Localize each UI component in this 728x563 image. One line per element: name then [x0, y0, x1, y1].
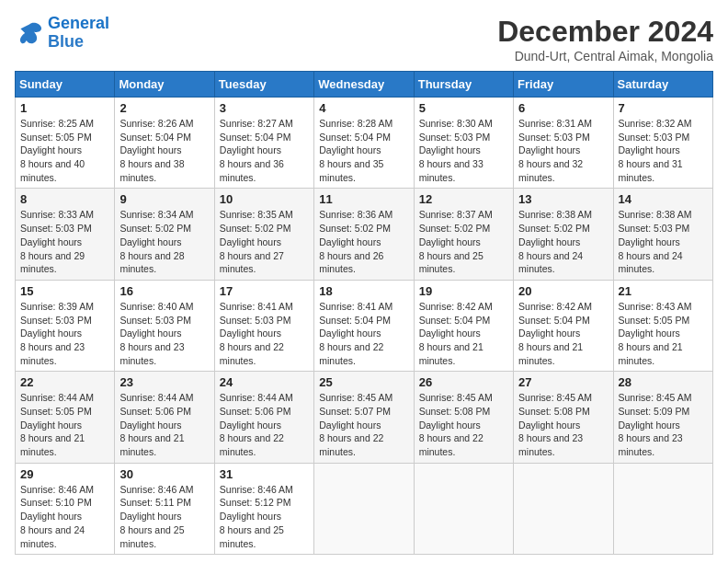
day-info: Sunrise: 8:42 AM Sunset: 5:04 PM Dayligh…: [419, 300, 508, 367]
day-number: 13: [518, 192, 608, 206]
day-info: Sunrise: 8:27 AM Sunset: 5:04 PM Dayligh…: [220, 117, 309, 184]
calendar-cell: 31 Sunrise: 8:46 AM Sunset: 5:12 PM Dayl…: [214, 463, 313, 554]
header-row: SundayMondayTuesdayWednesdayThursdayFrid…: [16, 72, 713, 98]
day-number: 7: [619, 101, 708, 115]
calendar-cell: 13 Sunrise: 8:38 AM Sunset: 5:02 PM Dayl…: [514, 189, 613, 280]
day-info: Sunrise: 8:38 AM Sunset: 5:02 PM Dayligh…: [518, 208, 608, 275]
calendar-cell: 18 Sunrise: 8:41 AM Sunset: 5:04 PM Dayl…: [314, 280, 414, 371]
day-info: Sunrise: 8:45 AM Sunset: 5:09 PM Dayligh…: [619, 391, 708, 458]
day-info: Sunrise: 8:30 AM Sunset: 5:03 PM Dayligh…: [419, 117, 508, 184]
calendar-cell: 9 Sunrise: 8:34 AM Sunset: 5:02 PM Dayli…: [115, 189, 214, 280]
day-number: 10: [220, 192, 309, 206]
calendar-cell: 2 Sunrise: 8:26 AM Sunset: 5:04 PM Dayli…: [115, 98, 214, 189]
day-info: Sunrise: 8:28 AM Sunset: 5:04 PM Dayligh…: [319, 117, 408, 184]
day-number: 3: [220, 101, 309, 115]
day-number: 31: [220, 467, 309, 481]
day-number: 19: [419, 284, 508, 298]
calendar-cell: 29 Sunrise: 8:46 AM Sunset: 5:10 PM Dayl…: [16, 463, 115, 554]
month-title: December 2024: [497, 15, 713, 49]
day-number: 5: [419, 101, 508, 115]
calendar-cell: 11 Sunrise: 8:36 AM Sunset: 5:02 PM Dayl…: [314, 189, 414, 280]
day-number: 14: [619, 192, 708, 206]
day-info: Sunrise: 8:33 AM Sunset: 5:03 PM Dayligh…: [20, 208, 109, 275]
day-number: 12: [419, 192, 508, 206]
day-number: 18: [319, 284, 408, 298]
day-number: 11: [319, 192, 408, 206]
day-number: 23: [119, 375, 209, 389]
calendar-cell: 14 Sunrise: 8:38 AM Sunset: 5:03 PM Dayl…: [613, 189, 712, 280]
calendar-cell: [314, 463, 414, 554]
week-row-5: 29 Sunrise: 8:46 AM Sunset: 5:10 PM Dayl…: [16, 463, 713, 554]
calendar-cell: [514, 463, 613, 554]
day-number: 17: [220, 284, 309, 298]
page-header: General Blue December 2024 Dund-Urt, Cen…: [15, 15, 713, 63]
calendar-cell: 20 Sunrise: 8:42 AM Sunset: 5:04 PM Dayl…: [514, 280, 613, 371]
day-info: Sunrise: 8:44 AM Sunset: 5:06 PM Dayligh…: [119, 391, 209, 458]
calendar-cell: 27 Sunrise: 8:45 AM Sunset: 5:08 PM Dayl…: [514, 372, 613, 463]
calendar-cell: 19 Sunrise: 8:42 AM Sunset: 5:04 PM Dayl…: [414, 280, 513, 371]
day-info: Sunrise: 8:25 AM Sunset: 5:05 PM Dayligh…: [20, 117, 109, 184]
day-number: 24: [220, 375, 309, 389]
calendar-cell: [414, 463, 513, 554]
day-info: Sunrise: 8:45 AM Sunset: 5:08 PM Dayligh…: [419, 391, 508, 458]
day-info: Sunrise: 8:34 AM Sunset: 5:02 PM Dayligh…: [119, 208, 209, 275]
day-number: 9: [119, 192, 209, 206]
calendar-cell: 23 Sunrise: 8:44 AM Sunset: 5:06 PM Dayl…: [115, 372, 214, 463]
day-number: 15: [20, 284, 109, 298]
week-row-3: 15 Sunrise: 8:39 AM Sunset: 5:03 PM Dayl…: [16, 280, 713, 371]
day-number: 20: [518, 284, 608, 298]
day-number: 28: [619, 375, 708, 389]
day-number: 25: [319, 375, 408, 389]
calendar-table: SundayMondayTuesdayWednesdayThursdayFrid…: [15, 71, 713, 555]
day-info: Sunrise: 8:45 AM Sunset: 5:07 PM Dayligh…: [319, 391, 408, 458]
week-row-2: 8 Sunrise: 8:33 AM Sunset: 5:03 PM Dayli…: [16, 189, 713, 280]
day-number: 1: [20, 101, 109, 115]
day-info: Sunrise: 8:32 AM Sunset: 5:03 PM Dayligh…: [619, 117, 708, 184]
calendar-cell: 1 Sunrise: 8:25 AM Sunset: 5:05 PM Dayli…: [16, 98, 115, 189]
day-number: 29: [20, 467, 109, 481]
day-info: Sunrise: 8:45 AM Sunset: 5:08 PM Dayligh…: [518, 391, 608, 458]
header-day-saturday: Saturday: [613, 72, 712, 98]
header-day-sunday: Sunday: [16, 72, 115, 98]
calendar-cell: 6 Sunrise: 8:31 AM Sunset: 5:03 PM Dayli…: [514, 98, 613, 189]
calendar-cell: 4 Sunrise: 8:28 AM Sunset: 5:04 PM Dayli…: [314, 98, 414, 189]
day-info: Sunrise: 8:42 AM Sunset: 5:04 PM Dayligh…: [518, 300, 608, 367]
logo-icon: [15, 18, 44, 48]
calendar-cell: 16 Sunrise: 8:40 AM Sunset: 5:03 PM Dayl…: [115, 280, 214, 371]
calendar-cell: 26 Sunrise: 8:45 AM Sunset: 5:08 PM Dayl…: [414, 372, 513, 463]
header-day-tuesday: Tuesday: [214, 72, 313, 98]
day-info: Sunrise: 8:35 AM Sunset: 5:02 PM Dayligh…: [220, 208, 309, 275]
calendar-cell: 8 Sunrise: 8:33 AM Sunset: 5:03 PM Dayli…: [16, 189, 115, 280]
day-info: Sunrise: 8:31 AM Sunset: 5:03 PM Dayligh…: [518, 117, 608, 184]
calendar-cell: 22 Sunrise: 8:44 AM Sunset: 5:05 PM Dayl…: [16, 372, 115, 463]
calendar-cell: 7 Sunrise: 8:32 AM Sunset: 5:03 PM Dayli…: [613, 98, 712, 189]
calendar-cell: [613, 463, 712, 554]
day-info: Sunrise: 8:40 AM Sunset: 5:03 PM Dayligh…: [119, 300, 209, 367]
calendar-cell: 15 Sunrise: 8:39 AM Sunset: 5:03 PM Dayl…: [16, 280, 115, 371]
day-info: Sunrise: 8:26 AM Sunset: 5:04 PM Dayligh…: [119, 117, 209, 184]
subtitle: Dund-Urt, Central Aimak, Mongolia: [497, 49, 713, 63]
calendar-cell: 28 Sunrise: 8:45 AM Sunset: 5:09 PM Dayl…: [613, 372, 712, 463]
day-info: Sunrise: 8:41 AM Sunset: 5:03 PM Dayligh…: [220, 300, 309, 367]
day-info: Sunrise: 8:46 AM Sunset: 5:10 PM Dayligh…: [20, 483, 109, 550]
day-number: 27: [518, 375, 608, 389]
week-row-4: 22 Sunrise: 8:44 AM Sunset: 5:05 PM Dayl…: [16, 372, 713, 463]
day-info: Sunrise: 8:41 AM Sunset: 5:04 PM Dayligh…: [319, 300, 408, 367]
day-number: 26: [419, 375, 508, 389]
day-info: Sunrise: 8:46 AM Sunset: 5:12 PM Dayligh…: [220, 483, 309, 550]
title-block: December 2024 Dund-Urt, Central Aimak, M…: [497, 15, 713, 63]
calendar-cell: 25 Sunrise: 8:45 AM Sunset: 5:07 PM Dayl…: [314, 372, 414, 463]
calendar-cell: 21 Sunrise: 8:43 AM Sunset: 5:05 PM Dayl…: [613, 280, 712, 371]
week-row-1: 1 Sunrise: 8:25 AM Sunset: 5:05 PM Dayli…: [16, 98, 713, 189]
day-info: Sunrise: 8:38 AM Sunset: 5:03 PM Dayligh…: [619, 208, 708, 275]
day-info: Sunrise: 8:44 AM Sunset: 5:06 PM Dayligh…: [220, 391, 309, 458]
calendar-cell: 12 Sunrise: 8:37 AM Sunset: 5:02 PM Dayl…: [414, 189, 513, 280]
day-number: 22: [20, 375, 109, 389]
logo-text: General Blue: [48, 15, 109, 52]
header-day-thursday: Thursday: [414, 72, 513, 98]
header-day-friday: Friday: [514, 72, 613, 98]
calendar-cell: 10 Sunrise: 8:35 AM Sunset: 5:02 PM Dayl…: [214, 189, 313, 280]
calendar-cell: 30 Sunrise: 8:46 AM Sunset: 5:11 PM Dayl…: [115, 463, 214, 554]
day-number: 30: [119, 467, 209, 481]
calendar-cell: 5 Sunrise: 8:30 AM Sunset: 5:03 PM Dayli…: [414, 98, 513, 189]
